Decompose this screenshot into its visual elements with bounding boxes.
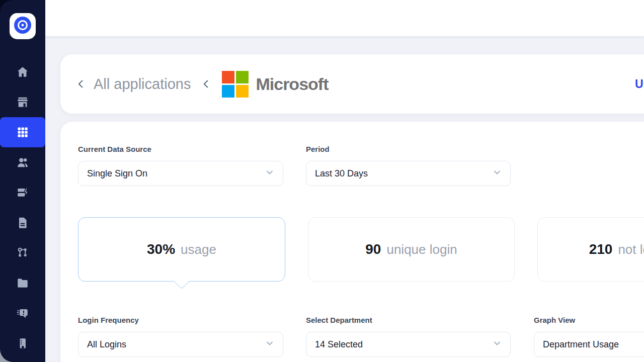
home-icon: [16, 65, 29, 78]
chevron-down-icon: [265, 167, 275, 179]
period-value: Last 30 Days: [315, 168, 368, 179]
sidebar-item-users[interactable]: [0, 147, 45, 177]
users-icon: [16, 156, 29, 169]
application-title: Microsoft: [256, 74, 328, 94]
period-label: Period: [306, 145, 330, 153]
stat-card-not-logged-in[interactable]: 210 not logged in: [537, 217, 644, 282]
folder-icon: [16, 277, 29, 290]
stat-label: not logged in: [618, 242, 644, 257]
top-white-bar: [45, 0, 644, 36]
login-frequency-dropdown[interactable]: All Logins: [78, 332, 283, 357]
sidebar-item-folders[interactable]: [0, 268, 45, 298]
select-department-label: Select Department: [306, 316, 372, 324]
stat-label: unique login: [386, 242, 457, 257]
sidebar-item-feedback[interactable]: [0, 298, 45, 328]
chevron-down-icon: [492, 167, 502, 179]
sidebar-item-home[interactable]: [0, 57, 45, 87]
data-server-bolt-icon: [16, 186, 29, 199]
workflow-icon: [16, 246, 29, 259]
sidebar-item-workflows[interactable]: [0, 238, 45, 268]
breadcrumb-separator-chevron-icon: [201, 78, 212, 89]
sidebar-item-documents[interactable]: [0, 208, 45, 238]
sidebar-item-applications[interactable]: [0, 117, 45, 147]
stat-value: 210: [589, 241, 613, 257]
stat-content: 210 not logged in: [589, 241, 644, 257]
sidebar-item-storefront[interactable]: [0, 87, 45, 117]
stat-value: 30%: [147, 241, 175, 257]
stat-card-unique-login[interactable]: 90 unique login: [308, 217, 515, 282]
graph-view-label: Graph View: [534, 316, 575, 324]
login-frequency-label: Login Frequency: [78, 316, 139, 324]
ms-square-red: [222, 71, 234, 83]
chevron-down-icon: [492, 338, 502, 350]
sidebar-item-organization[interactable]: [0, 328, 45, 358]
app-logo[interactable]: [10, 13, 36, 39]
data-source-value: Single Sign On: [87, 168, 147, 179]
usage-link[interactable]: Usage: [635, 54, 644, 114]
ms-square-yellow: [236, 85, 249, 98]
sidebar-nav: [0, 57, 45, 358]
stat-content: 90 unique login: [365, 241, 457, 257]
document-icon: [16, 216, 29, 229]
ms-square-green: [236, 71, 249, 83]
stat-card-usage[interactable]: 30% usage: [78, 217, 285, 282]
graph-view-dropdown[interactable]: Department Usage: [534, 332, 644, 357]
microsoft-logo-icon: [222, 71, 249, 98]
sidebar-item-data-sources[interactable]: [0, 177, 45, 208]
target-logo-icon: [13, 16, 32, 37]
back-chevron-icon[interactable]: [75, 78, 87, 89]
page-header-card: All applications Microsoft Usage: [60, 54, 644, 114]
data-source-label: Current Data Source: [78, 145, 151, 153]
data-source-dropdown[interactable]: Single Sign On: [78, 161, 283, 186]
breadcrumb-all-applications[interactable]: All applications: [94, 76, 191, 93]
stat-content: 30% usage: [147, 241, 216, 257]
feedback-alert-icon: [16, 307, 29, 320]
chevron-down-icon: [265, 338, 275, 350]
building-icon: [16, 337, 29, 350]
apps-grid-icon: [16, 126, 29, 139]
sidebar: [0, 0, 45, 362]
selected-card-pointer: [174, 274, 189, 289]
period-dropdown[interactable]: Last 30 Days: [306, 161, 511, 186]
storefront-icon: [16, 96, 29, 109]
stat-value: 90: [365, 241, 381, 257]
login-frequency-value: All Logins: [87, 339, 126, 350]
select-department-dropdown[interactable]: 14 Selected: [306, 332, 511, 357]
ms-square-blue: [222, 85, 234, 98]
graph-view-value: Department Usage: [543, 339, 619, 350]
select-department-value: 14 Selected: [315, 339, 363, 350]
stat-label: usage: [181, 242, 216, 257]
main-content-card: Current Data Source Period Single Sign O…: [60, 122, 644, 362]
